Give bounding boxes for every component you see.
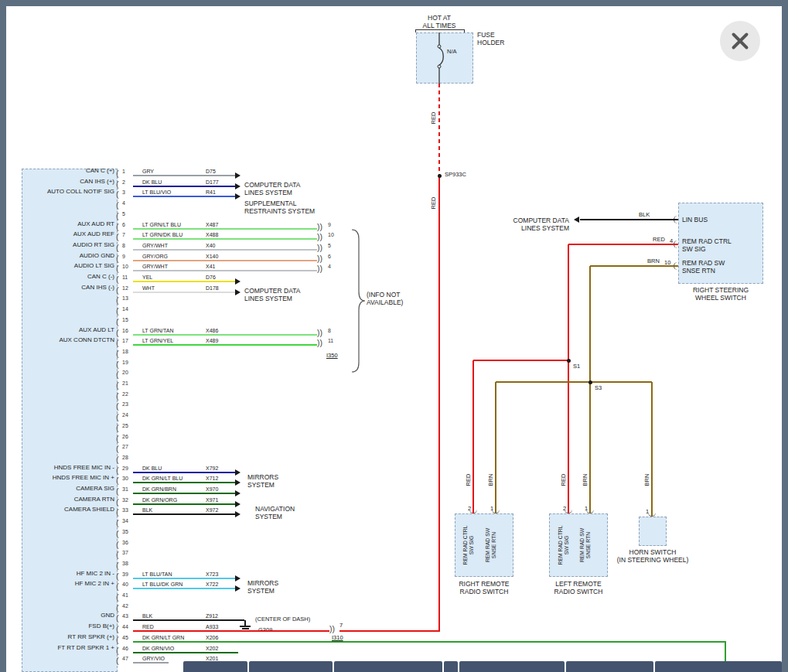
arrowhead-icon [235,183,240,189]
ground-location-label: (CENTER OF DASH) [255,616,310,623]
wire-segment [133,270,317,271]
connector-cavity-icon: ( [116,518,119,527]
connector-cavity-icon: ( [116,349,119,358]
wire-color-label: YEL [142,274,152,281]
connector-cavity-icon: ( [116,635,119,644]
callout-line: SUPPLEMENTAL [244,200,315,207]
connector-cavity-icon: ( [116,592,119,602]
pin-number: 8 [122,242,125,249]
wire-color-label-red-steering: RED [653,236,665,243]
steering-pin10-label: REM RAD SW SNSE RTN [682,259,725,275]
bottom-table-header-cell[interactable] [334,661,442,672]
bottom-table-header-cell[interactable] [459,661,565,672]
arrowhead-icon [235,585,240,592]
close-button[interactable] [720,21,760,61]
wire-segment [133,482,235,483]
pin-number: 35 [122,528,128,535]
callout-mirrors-2: MIRRORS SYSTEM [247,579,278,595]
arrowhead-icon [235,575,240,582]
wire-color-label: LT BLU/TAN [142,571,172,578]
connector-cavity-icon: ( [116,507,119,517]
bottom-table-header-cell[interactable] [444,661,458,672]
info-note-line-2: AVAILABLE) [367,298,403,306]
right-remote-pin2-label: REM RAD CTRL SW SIG [462,516,475,575]
pin-number: 21 [122,380,128,387]
connector-cavity-icon: ( [116,179,119,189]
pin-number: 6 [122,221,125,228]
callout-line: MIRRORS [247,579,278,587]
pin-number: 27 [122,443,128,450]
pin-number: 33 [122,507,128,513]
bottom-table-header-cell[interactable] [655,661,782,672]
wire-color-label: DK GRN/VIO [142,645,174,652]
pin-number: 32 [122,496,128,503]
right-remote-radio-switch-title: RIGHT REMOTE RADIO SWITCH [445,580,523,595]
wire-color-label: GRY/ORG [142,253,168,260]
wire-segment [590,265,678,267]
bottom-table-header-cell[interactable] [249,661,333,672]
pin-number: 43 [122,612,128,619]
wire-segment [568,244,569,360]
inline-connector-icon: )) [317,338,322,347]
steering-pin-lin-bus-label: LIN BUS [682,216,708,223]
connector-cavity-icon: ( [116,540,119,549]
connector-cavity-icon: ( [116,646,119,655]
callout-line: COMPUTER DATA [244,181,300,189]
wire-color-label: GRY/VIO [142,655,165,662]
callout-navigation: NAVIGATION SYSTEM [255,505,295,520]
connector-cavity-icon: ( [116,466,119,475]
wire-segment [133,175,235,176]
circuit-code-label: X972 [206,507,218,513]
wire-segment [133,662,169,663]
splice-dot [588,380,592,384]
bottom-table-header-cell[interactable] [566,661,653,672]
pin-number: 11 [122,274,128,281]
wire-color-label: DK BLU [142,465,162,472]
pin-number: 23 [122,401,128,408]
wire-segment [725,642,726,662]
pin-number: 36 [122,539,128,546]
pin-number: 16 [122,327,128,334]
hot-at-all-times-label: HOT AT ALL TIMES [404,14,474,29]
fuse-holder-line-1: FUSE [477,31,504,39]
circuit-code-label: X489 [206,337,218,344]
connector-cavity-icon: ( [116,243,119,252]
pin-number: 22 [122,391,128,397]
splice-dot [567,359,571,363]
connector-cavity-icon: ( [116,423,119,432]
wire-color-label: GRY [142,168,154,175]
mating-pin-number: 4 [328,263,331,270]
pin-label-line: REM RAD CTRL [558,516,564,575]
wire-segment [496,381,652,383]
pin-label-line: SW SIG [469,516,475,575]
circuit-code-label: R41 [206,189,216,196]
connector-cavity-icon: ( [116,613,119,623]
info-note: (INFO NOT AVAILABLE) [367,291,403,306]
callout-computer-data-1: COMPUTER DATA LINES SYSTEM [244,181,300,196]
mating-pin-number: 8 [328,327,331,334]
callout-line: LINES SYSTEM [244,295,300,302]
arrowhead-icon [235,501,240,507]
pin-function-label: HF MIC 2 IN + [23,580,114,588]
steering-pin4-line-2: SW SIG [682,245,732,253]
connector-cavity-icon: ( [116,200,119,210]
callout-line: MIRRORS [247,473,278,481]
callout-line: LINES SYSTEM [244,189,300,196]
pin-number: 25 [122,422,128,429]
connector-cavity-icon: ( [116,391,119,401]
connector-cavity-icon: ( [116,211,119,220]
wire-segment [133,578,235,579]
pin-function-label: AUX AUD RT [23,220,114,228]
wire-color-label: DK GRN/ORG [142,496,177,503]
circuit-code-label: A933 [206,623,218,630]
circuit-code-label: X40 [206,242,215,249]
pin-function-label: AUDIO LT SIG [23,262,114,270]
bottom-table-header-cell[interactable] [183,661,247,672]
connector-cavity-icon: ( [116,295,119,305]
pin-function-label: HNDS FREE MIC IN + [23,474,114,482]
wire-color-label-brn-steering: BRN [647,258,660,264]
circuit-code-label: X202 [206,645,218,652]
pin-number: 1 [122,168,125,175]
horn-switch-box [639,517,667,546]
pin-label-line: SNSE RTN [585,516,592,575]
